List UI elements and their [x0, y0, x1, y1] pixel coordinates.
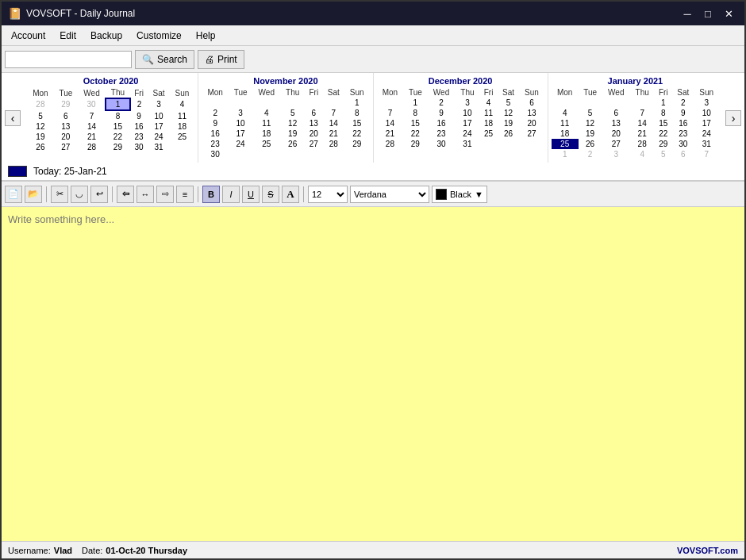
calendar-day[interactable]: 16: [672, 118, 694, 128]
calendar-day[interactable]: 16: [130, 121, 148, 132]
menu-help[interactable]: Help: [190, 29, 222, 43]
calendar-day[interactable]: 24: [456, 128, 480, 139]
calendar-day[interactable]: 28: [323, 139, 344, 149]
calendar-day[interactable]: 17: [148, 121, 169, 132]
calendar-day[interactable]: 4: [252, 108, 280, 118]
calendar-day[interactable]: 3: [229, 108, 252, 118]
calendar-day[interactable]: 5: [280, 108, 305, 118]
calendar-day[interactable]: 27: [305, 139, 323, 149]
calendar-day[interactable]: 29: [654, 139, 672, 149]
calendar-day[interactable]: 29: [54, 98, 78, 110]
calendar-day[interactable]: [498, 139, 519, 149]
calendar-day[interactable]: 21: [78, 132, 106, 142]
calendar-day[interactable]: [479, 139, 498, 149]
calendar-prev-button[interactable]: ‹: [5, 110, 21, 126]
calendar-day[interactable]: 2: [579, 149, 602, 159]
calendar-day[interactable]: 26: [498, 128, 519, 139]
calendar-day[interactable]: [305, 98, 323, 108]
calendar-day[interactable]: 3: [148, 98, 169, 110]
strikethrough-button[interactable]: S: [262, 186, 279, 203]
editor-textarea[interactable]: [2, 207, 744, 541]
new-button[interactable]: 📄: [5, 186, 22, 203]
calendar-day[interactable]: 12: [27, 121, 54, 132]
calendar-day[interactable]: 10: [148, 110, 169, 121]
calendar-day[interactable]: 28: [27, 98, 54, 110]
calendar-day[interactable]: [252, 149, 280, 159]
calendar-day[interactable]: 28: [377, 139, 404, 149]
bold-button[interactable]: B: [202, 186, 220, 203]
calendar-day[interactable]: [377, 98, 404, 108]
calendar-day[interactable]: [280, 149, 305, 159]
calendar-day[interactable]: 28: [78, 142, 106, 152]
calendar-day[interactable]: 21: [630, 128, 655, 139]
print-button[interactable]: 🖨 Print: [198, 50, 244, 69]
calendar-day[interactable]: 30: [202, 149, 229, 159]
calendar-day[interactable]: 31: [148, 142, 169, 152]
close-button[interactable]: ✕: [719, 4, 738, 23]
calendar-day[interactable]: 4: [479, 98, 498, 108]
calendar-day[interactable]: [602, 98, 630, 108]
calendar-day[interactable]: 13: [305, 118, 323, 128]
calendar-day[interactable]: [519, 139, 544, 149]
calendar-day[interactable]: 6: [54, 110, 78, 121]
calendar-day[interactable]: 22: [106, 132, 130, 142]
calendar-day[interactable]: 19: [498, 118, 519, 128]
color-picker[interactable]: Black ▼: [432, 186, 487, 203]
calendar-day[interactable]: 24: [148, 132, 169, 142]
calendar-day[interactable]: 30: [130, 142, 148, 152]
calendar-day[interactable]: 26: [579, 139, 602, 149]
calendar-day[interactable]: 17: [694, 118, 720, 128]
menu-edit[interactable]: Edit: [53, 29, 83, 43]
calendar-day[interactable]: 14: [78, 121, 106, 132]
calendar-day[interactable]: 7: [323, 108, 344, 118]
calendar-day[interactable]: 14: [323, 118, 344, 128]
calendar-day[interactable]: 19: [27, 132, 54, 142]
calendar-day[interactable]: [579, 98, 602, 108]
calendar-day[interactable]: 20: [305, 128, 323, 139]
calendar-day[interactable]: 27: [602, 139, 630, 149]
calendar-day[interactable]: 1: [403, 98, 427, 108]
calendar-day[interactable]: 29: [106, 142, 130, 152]
calendar-day[interactable]: 10: [229, 118, 252, 128]
calendar-day[interactable]: 31: [456, 139, 480, 149]
font-name-select[interactable]: Verdana Arial Times New Roman Courier Ne…: [350, 186, 429, 203]
calendar-day[interactable]: 1: [552, 149, 579, 159]
copy-button[interactable]: ◡: [71, 186, 88, 203]
calendar-day[interactable]: 1: [654, 98, 672, 108]
calendar-day[interactable]: 6: [602, 108, 630, 118]
menu-customize[interactable]: Customize: [130, 29, 188, 43]
calendar-day[interactable]: 25: [252, 139, 280, 149]
calendar-day[interactable]: 21: [323, 128, 344, 139]
calendar-day[interactable]: 3: [602, 149, 630, 159]
calendar-day[interactable]: 16: [427, 118, 455, 128]
calendar-day[interactable]: 7: [694, 149, 720, 159]
minimize-button[interactable]: ─: [678, 4, 697, 23]
calendar-day[interactable]: 18: [479, 118, 498, 128]
calendar-day[interactable]: 1: [106, 98, 130, 110]
calendar-day[interactable]: 14: [630, 118, 655, 128]
calendar-day[interactable]: 25: [479, 128, 498, 139]
calendar-day[interactable]: 25: [552, 139, 579, 149]
calendar-day[interactable]: [344, 149, 370, 159]
calendar-day[interactable]: 2: [130, 98, 148, 110]
calendar-day[interactable]: 13: [602, 118, 630, 128]
align-left-button[interactable]: ⇦: [117, 186, 134, 203]
calendar-day[interactable]: 20: [519, 118, 544, 128]
calendar-day[interactable]: 17: [229, 128, 252, 139]
calendar-day[interactable]: 2: [427, 98, 455, 108]
calendar-day[interactable]: 4: [552, 108, 579, 118]
calendar-day[interactable]: 18: [252, 128, 280, 139]
calendar-day[interactable]: 21: [377, 128, 404, 139]
calendar-day[interactable]: 23: [427, 128, 455, 139]
calendar-day[interactable]: 8: [654, 108, 672, 118]
align-right-button[interactable]: ⇨: [156, 186, 174, 203]
calendar-day[interactable]: 8: [106, 110, 130, 121]
calendar-day[interactable]: 23: [130, 132, 148, 142]
calendar-day[interactable]: 23: [672, 128, 694, 139]
calendar-day[interactable]: [229, 149, 252, 159]
calendar-day[interactable]: [323, 149, 344, 159]
calendar-day[interactable]: 9: [427, 108, 455, 118]
calendar-day[interactable]: 4: [170, 98, 195, 110]
open-button[interactable]: 📂: [25, 186, 42, 203]
calendar-day[interactable]: 10: [456, 108, 480, 118]
